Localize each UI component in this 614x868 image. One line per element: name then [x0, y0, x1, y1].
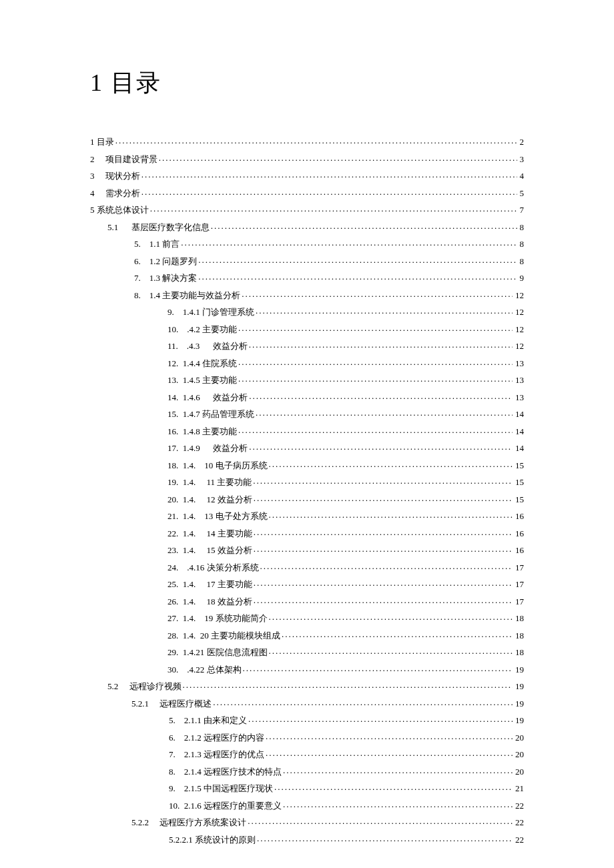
toc-entry-page: 21	[513, 784, 524, 793]
toc-entry-label: 6. 1.2 问题罗列	[134, 257, 197, 266]
toc-entry-label: 5. 2.1.1 由来和定义	[169, 716, 247, 725]
toc-entry-page: 20	[513, 767, 524, 776]
document-page: 1 目录 1 目录22 项目建设背景33 现状分析44 需求分析55 系统总体设…	[0, 0, 614, 844]
toc-entry-label: 15. 1.4.7 药品管理系统	[168, 410, 254, 418]
toc-entry-label: 8. 1.4 主要功能与效益分析	[134, 291, 240, 300]
toc-entry-label: 30. .4.22 总体架构	[168, 665, 242, 674]
toc-entry-label: 3 现状分析	[90, 171, 140, 180]
toc-entry: 4 需求分析5	[90, 187, 524, 197]
toc-entry-label: 10. 2.1.6 远程医疗的重要意义	[169, 801, 282, 810]
toc-leader-dots	[158, 153, 517, 162]
toc-entry: 20. 1.4. 12 效益分析15	[90, 494, 524, 504]
toc-entry-page: 3	[517, 155, 525, 163]
toc-entry-page: 8	[517, 240, 525, 248]
toc-entry-page: 22	[513, 835, 524, 844]
toc-entry-page: 15	[513, 495, 524, 504]
toc-entry-label: 5.2.2 远程医疗方系统案设计	[131, 818, 246, 827]
toc-entry-page: 19	[513, 682, 524, 691]
toc-entry: 13. 1.4.5 主要功能13	[90, 374, 524, 384]
toc-leader-dots	[237, 426, 513, 434]
toc-entry-label: 9. 2.1.5 中国远程医疗现状	[169, 784, 273, 793]
toc-entry: 12. 1.4.4 住院系统13	[90, 358, 524, 368]
toc-entry-label: 8. 2.1.4 远程医疗技术的特点	[169, 767, 282, 776]
toc-entry: 6. 1.2 问题罗列8	[90, 256, 524, 266]
toc-entry-label: 25. 1.4. 17 主要功能	[168, 580, 252, 588]
toc-entry-label: 19. 1.4. 11 主要功能	[168, 478, 252, 486]
toc-entry-label: 16. 1.4.8 主要功能	[168, 427, 237, 436]
toc-entry-label: 5.1 基层医疗数字化信息	[107, 223, 210, 232]
toc-leader-dots	[264, 732, 513, 741]
toc-leader-dots	[252, 578, 513, 587]
toc-entry: 11. .4.3 效益分析12	[90, 340, 524, 350]
toc-leader-dots	[237, 358, 513, 366]
table-of-contents: 1 目录22 项目建设背景33 现状分析44 需求分析55 系统总体设计75.1…	[90, 136, 524, 844]
toc-entry-page: 12	[513, 342, 524, 350]
toc-entry: 8. 1.4 主要功能与效益分析12	[90, 290, 524, 300]
toc-entry: 5.1 基层医疗数字化信息8	[90, 222, 524, 232]
toc-entry-page: 8	[517, 223, 525, 232]
toc-entry: 10. .4.2 主要功能12	[90, 324, 524, 334]
toc-leader-dots	[197, 256, 517, 264]
toc-entry: 19. 1.4. 11 主要功能15	[90, 476, 524, 486]
toc-entry: 22. 1.4. 14 主要功能16	[90, 528, 524, 538]
toc-entry-label: 5 系统总体设计	[90, 205, 149, 214]
toc-entry-page: 4	[517, 171, 525, 180]
toc-leader-dots	[254, 306, 513, 315]
toc-entry: 9. 1.4.1 门诊管理系统12	[90, 306, 524, 316]
toc-entry-label: 14. 1.4.6 效益分析	[168, 393, 248, 402]
toc-leader-dots	[254, 408, 513, 417]
toc-entry-label: 5. 1.1 前言	[134, 240, 180, 248]
toc-leader-dots	[248, 392, 513, 400]
toc-entry: 2 项目建设背景3	[90, 153, 524, 163]
toc-entry: 27. 1.4. 19 系统功能简介18	[90, 612, 524, 622]
toc-entry-page: 9	[517, 274, 525, 282]
toc-leader-dots	[212, 698, 513, 707]
toc-entry-page: 14	[513, 410, 524, 418]
toc-entry-page: 22	[513, 801, 524, 810]
toc-entry-label: 10. .4.2 主要功能	[168, 325, 237, 334]
toc-leader-dots	[248, 340, 513, 349]
toc-entry-label: 5.2.1 远程医疗概述	[131, 699, 212, 708]
toc-entry-label: 26. 1.4. 18 效益分析	[168, 597, 252, 606]
toc-entry-page: 17	[513, 580, 524, 588]
toc-leader-dots	[114, 136, 517, 145]
toc-entry-page: 16	[513, 529, 524, 538]
toc-entry-label: 22. 1.4. 14 主要功能	[168, 529, 252, 538]
toc-entry: 23. 1.4. 15 效益分析16	[90, 544, 524, 554]
toc-entry-label: 21. 1.4. 13 电子处方系统	[168, 512, 268, 520]
toc-entry: 7. 1.3 解决方案9	[90, 272, 524, 282]
toc-entry: 24. .4.16 决策分析系统17	[90, 562, 524, 572]
toc-entry: 5.2.2.1 系统设计的原则22	[90, 834, 524, 844]
toc-entry-page: 15	[513, 461, 524, 470]
toc-entry: 1 目录2	[90, 136, 524, 146]
toc-entry-page: 18	[513, 631, 524, 640]
toc-leader-dots	[182, 681, 513, 689]
toc-entry-page: 15	[513, 478, 524, 486]
toc-entry-page: 13	[513, 393, 524, 402]
toc-entry-page: 13	[513, 359, 524, 368]
toc-entry-label: 6. 2.1.2 远程医疗的内容	[169, 733, 264, 742]
toc-entry-page: 2	[517, 137, 525, 146]
toc-entry: 25. 1.4. 17 主要功能17	[90, 578, 524, 588]
toc-entry: 5.2.1 远程医疗概述19	[90, 698, 524, 708]
toc-entry-label: 24. .4.16 决策分析系统	[168, 563, 259, 572]
toc-entry-page: 17	[513, 597, 524, 606]
toc-leader-dots	[259, 562, 513, 570]
toc-entry: 3 现状分析4	[90, 170, 524, 180]
toc-leader-dots	[252, 528, 513, 536]
toc-leader-dots	[252, 476, 513, 485]
toc-entry: 28. 1.4. 20 主要功能模块组成18	[90, 630, 524, 640]
toc-entry-page: 5	[517, 189, 525, 197]
toc-entry: 29. 1.4.21 医院信息流程图18	[90, 646, 524, 657]
toc-entry-label: 12. 1.4.4 住院系统	[168, 359, 237, 368]
toc-entry-label: 7. 1.3 解决方案	[134, 274, 197, 282]
toc-entry-page: 20	[513, 750, 524, 759]
toc-entry-page: 8	[517, 257, 525, 266]
toc-entry: 7. 2.1.3 远程医疗的优点20	[90, 749, 524, 759]
toc-leader-dots	[237, 374, 513, 383]
toc-entry-page: 20	[513, 733, 524, 742]
toc-leader-dots	[268, 612, 513, 621]
toc-entry-page: 12	[513, 325, 524, 334]
toc-entry-page: 14	[513, 444, 524, 452]
toc-entry-page: 19	[513, 665, 524, 674]
